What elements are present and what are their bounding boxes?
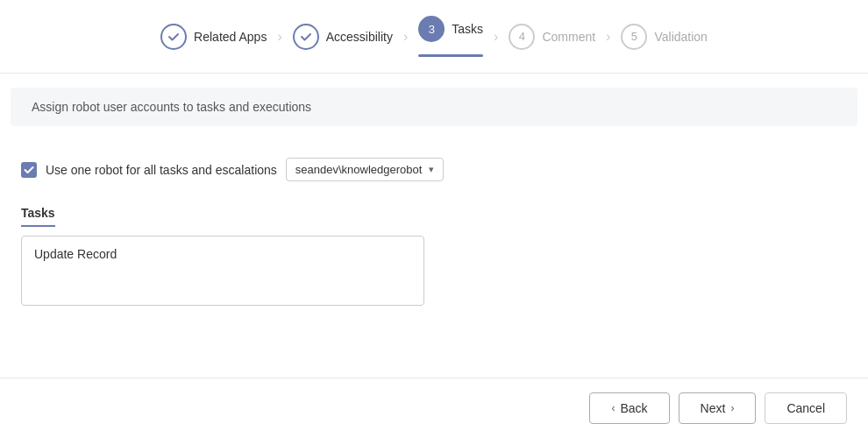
cancel-label: Cancel — [786, 401, 825, 415]
step-number-validation: 5 — [631, 30, 637, 43]
checkbox-label: Use one robot for all tasks and escalati… — [46, 163, 277, 177]
step-label-accessibility: Accessibility — [326, 30, 393, 44]
tasks-list-box: Update Record — [21, 236, 424, 306]
checkbox-row: Use one robot for all tasks and escalati… — [21, 158, 847, 181]
step-number-tasks: 3 — [429, 23, 435, 36]
content-area: Use one robot for all tasks and escalati… — [0, 140, 868, 323]
step-accessibility[interactable]: Accessibility — [293, 24, 393, 50]
wizard-header: Related Apps › Accessibility › 3 Tasks ›… — [0, 0, 868, 74]
step-circle-related-apps — [160, 24, 187, 50]
task-item-0: Update Record — [34, 247, 411, 261]
step-label-validation: Validation — [654, 30, 707, 44]
step-active-underline — [418, 54, 483, 57]
step-label-tasks: Tasks — [452, 22, 483, 36]
step-circle-comment: 4 — [509, 24, 535, 50]
divider-2: › — [403, 29, 408, 45]
divider-1: › — [277, 29, 281, 45]
step-label-comment: Comment — [542, 30, 595, 44]
tasks-section-title: Tasks — [21, 206, 55, 227]
description-text: Assign robot user accounts to tasks and … — [32, 100, 311, 114]
step-tasks[interactable]: 3 Tasks — [418, 16, 483, 57]
robot-select-dropdown[interactable]: seandev\knowledgerobot ▾ — [286, 158, 445, 181]
step-number-comment: 4 — [519, 30, 525, 43]
one-robot-checkbox[interactable] — [21, 162, 37, 178]
task-item-label: Update Record — [34, 247, 117, 261]
step-circle-validation: 5 — [621, 24, 647, 50]
robot-select-value: seandev\knowledgerobot — [295, 163, 423, 176]
back-arrow-icon: ‹ — [611, 402, 615, 414]
back-button[interactable]: ‹ Back — [589, 392, 669, 424]
step-related-apps[interactable]: Related Apps — [160, 24, 267, 50]
chevron-down-icon: ▾ — [429, 164, 434, 175]
step-label-related-apps: Related Apps — [194, 30, 267, 44]
footer: ‹ Back Next › Cancel — [0, 378, 868, 438]
step-validation[interactable]: 5 Validation — [621, 24, 707, 50]
step-circle-accessibility — [293, 24, 319, 50]
divider-3: › — [494, 29, 498, 45]
divider-4: › — [606, 29, 610, 45]
back-label: Back — [620, 401, 647, 415]
tasks-section: Tasks Update Record — [21, 206, 847, 306]
next-arrow-icon: › — [730, 402, 734, 414]
step-comment[interactable]: 4 Comment — [509, 24, 595, 50]
cancel-button[interactable]: Cancel — [765, 392, 847, 424]
step-circle-tasks: 3 — [418, 16, 445, 42]
description-bar: Assign robot user accounts to tasks and … — [11, 88, 857, 126]
next-button[interactable]: Next › — [679, 392, 757, 424]
next-label: Next — [701, 401, 726, 415]
